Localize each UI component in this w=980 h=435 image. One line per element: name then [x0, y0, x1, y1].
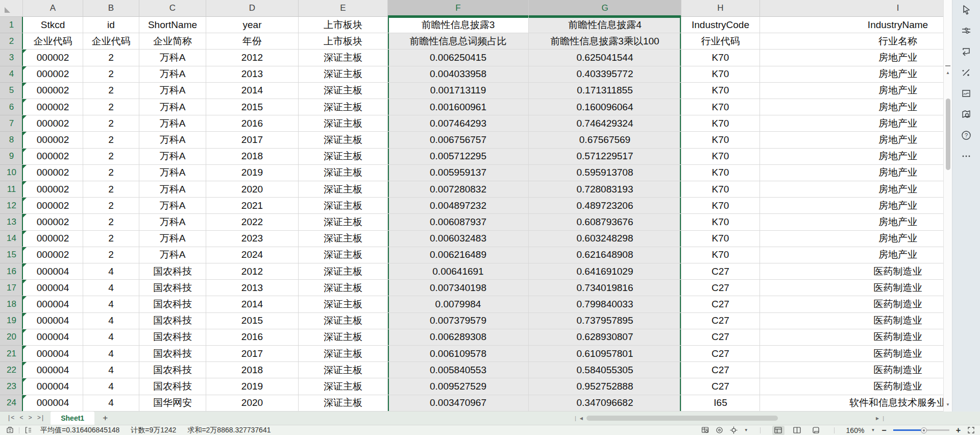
cell-B18[interactable]: 4 [83, 296, 139, 312]
cell-C6[interactable]: 万科A [139, 99, 206, 115]
row-number[interactable]: 10 [0, 165, 23, 181]
cell-F18[interactable]: 0.0079984 [388, 296, 529, 312]
normal-view-button[interactable] [772, 426, 785, 435]
cell-C14[interactable]: 万科A [139, 231, 206, 247]
cell-C15[interactable]: 万科A [139, 247, 206, 263]
cell-A22[interactable]: 000004 [23, 362, 83, 378]
select-all-corner[interactable] [0, 0, 23, 17]
cell-H15[interactable]: K70 [681, 247, 760, 263]
cell-C10[interactable]: 万科A [139, 165, 206, 181]
cell-I19[interactable]: 医药制造业 [760, 313, 943, 329]
cell-E5[interactable]: 深证主板 [299, 83, 388, 99]
column-header-B[interactable]: B [83, 0, 139, 17]
cell-D2[interactable]: 年份 [206, 33, 299, 50]
cell-H1[interactable]: IndustryCode [681, 17, 760, 33]
column-header-D[interactable]: D [206, 0, 299, 17]
cell-I7[interactable]: 房地产业 [760, 115, 943, 132]
cell-H8[interactable]: K70 [681, 132, 760, 148]
cell-H18[interactable]: C27 [681, 296, 760, 312]
cell-C4[interactable]: 万科A [139, 66, 206, 83]
cell-F7[interactable]: 0.007464293 [388, 115, 529, 132]
cell-B8[interactable]: 2 [83, 132, 139, 148]
cell-D10[interactable]: 2019 [206, 165, 299, 181]
cell-D23[interactable]: 2019 [206, 378, 299, 395]
cell-G1[interactable]: 前瞻性信息披露4 [529, 17, 681, 33]
cell-B21[interactable]: 4 [83, 346, 139, 362]
cell-E13[interactable]: 深证主板 [299, 214, 388, 230]
cell-E17[interactable]: 深证主板 [299, 280, 388, 296]
cell-G3[interactable]: 0.625041544 [529, 50, 681, 66]
cell-B3[interactable]: 2 [83, 50, 139, 66]
map-search-icon[interactable] [960, 108, 972, 120]
cell-F12[interactable]: 0.004897232 [388, 198, 529, 214]
split-handle-icon[interactable] [945, 65, 950, 66]
cell-H7[interactable]: K70 [681, 115, 760, 132]
cell-C3[interactable]: 万科A [139, 50, 206, 66]
cell-C16[interactable]: 国农科技 [139, 263, 206, 280]
vertical-scroll-thumb[interactable] [946, 99, 950, 170]
cell-G18[interactable]: 0.799840033 [529, 296, 681, 312]
scroll-split-right-icon[interactable]: | [883, 415, 884, 421]
cell-A21[interactable]: 000004 [23, 346, 83, 362]
cell-G9[interactable]: 0.571229517 [529, 149, 681, 165]
page-layout-view-button[interactable] [810, 426, 822, 435]
cell-D18[interactable]: 2014 [206, 296, 299, 312]
cell-F21[interactable]: 0.006109578 [388, 346, 529, 362]
cell-F16[interactable]: 0.00641691 [388, 263, 529, 280]
cell-E19[interactable]: 深证主板 [299, 313, 388, 329]
cell-B23[interactable]: 4 [83, 378, 139, 395]
cell-B24[interactable]: 4 [83, 395, 139, 412]
cell-G10[interactable]: 0.595913708 [529, 165, 681, 181]
fullscreen-icon[interactable] [967, 426, 975, 434]
cell-I14[interactable]: 房地产业 [760, 231, 943, 247]
cell-D14[interactable]: 2023 [206, 231, 299, 247]
cell-I24[interactable]: 软件和信息技术服务业 [760, 395, 943, 412]
cell-I1[interactable]: IndustryName [760, 17, 943, 33]
cell-C5[interactable]: 万科A [139, 83, 206, 99]
cell-I8[interactable]: 房地产业 [760, 132, 943, 148]
cell-F19[interactable]: 0.007379579 [388, 313, 529, 329]
cell-A23[interactable]: 000004 [23, 378, 83, 395]
cell-E4[interactable]: 深证主板 [299, 66, 388, 83]
sheet-tab-sheet1[interactable]: Sheet1 [51, 412, 94, 425]
cell-E9[interactable]: 深证主板 [299, 149, 388, 165]
row-number[interactable]: 20 [0, 329, 23, 346]
last-sheet-button[interactable]: >| [35, 415, 46, 422]
cell-B19[interactable]: 4 [83, 313, 139, 329]
row-number[interactable]: 11 [0, 181, 23, 198]
more-dots-icon[interactable] [960, 150, 972, 162]
cell-A1[interactable]: Stkcd [23, 17, 83, 33]
cell-E24[interactable]: 深证主板 [299, 395, 388, 412]
cell-G23[interactable]: 0.952752888 [529, 378, 681, 395]
cell-E7[interactable]: 深证主板 [299, 115, 388, 132]
row-number[interactable]: 4 [0, 66, 23, 83]
cell-D11[interactable]: 2020 [206, 181, 299, 198]
cell-B14[interactable]: 2 [83, 231, 139, 247]
page-break-view-button[interactable] [791, 426, 803, 435]
cell-A14[interactable]: 000002 [23, 231, 83, 247]
cell-D3[interactable]: 2012 [206, 50, 299, 66]
cell-E8[interactable]: 深证主板 [299, 132, 388, 148]
cell-A24[interactable]: 000004 [23, 395, 83, 412]
row-number[interactable]: 22 [0, 362, 23, 378]
cell-E10[interactable]: 深证主板 [299, 165, 388, 181]
cell-F23[interactable]: 0.009527529 [388, 378, 529, 395]
rotate-box-icon[interactable] [960, 45, 972, 58]
cell-C13[interactable]: 万科A [139, 214, 206, 230]
cell-I12[interactable]: 房地产业 [760, 198, 943, 214]
cell-E14[interactable]: 深证主板 [299, 231, 388, 247]
cell-F24[interactable]: 0.003470967 [388, 395, 529, 412]
cell-I21[interactable]: 医药制造业 [760, 346, 943, 362]
cell-C24[interactable]: 国华网安 [139, 395, 206, 412]
row-number[interactable]: 23 [0, 378, 23, 395]
cell-G20[interactable]: 0.628930807 [529, 329, 681, 346]
cell-H24[interactable]: I65 [681, 395, 760, 412]
cell-F8[interactable]: 0.006756757 [388, 132, 529, 148]
cell-H6[interactable]: K70 [681, 99, 760, 115]
cell-G7[interactable]: 0.746429324 [529, 115, 681, 132]
cell-G5[interactable]: 0.171311855 [529, 83, 681, 99]
cell-I11[interactable]: 房地产业 [760, 181, 943, 198]
first-sheet-button[interactable]: |< [5, 415, 16, 422]
cell-B1[interactable]: id [83, 17, 139, 33]
cell-B12[interactable]: 2 [83, 198, 139, 214]
